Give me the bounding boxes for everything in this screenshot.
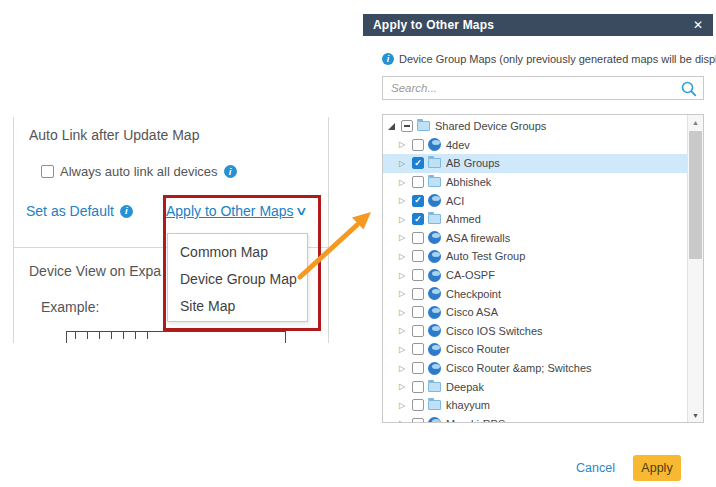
tick-mark — [135, 332, 136, 339]
example-label: Example: — [41, 299, 99, 315]
tree-checkbox[interactable]: ✓ — [412, 213, 424, 225]
expand-icon[interactable] — [399, 345, 410, 354]
device-group-globe-icon — [428, 138, 441, 151]
tree-row-ca-ospf[interactable]: CA-OSPF — [383, 266, 703, 285]
dialog-header: Apply to Other Maps ✕ — [363, 14, 713, 36]
tree-row-auto-test-group[interactable]: Auto Test Group — [383, 247, 703, 266]
tree-row-deepak[interactable]: Deepak — [383, 377, 703, 396]
expand-icon[interactable] — [399, 401, 410, 410]
example-preview-box — [66, 331, 286, 343]
expand-icon[interactable] — [399, 419, 410, 423]
tree-row-khayyum[interactable]: khayyum — [383, 396, 703, 415]
expand-icon[interactable] — [399, 308, 410, 317]
tree-checkbox[interactable]: ✓ — [412, 157, 424, 169]
apply-to-other-maps-label: Apply to Other Maps — [166, 203, 294, 219]
scrollbar-thumb[interactable] — [689, 131, 702, 259]
tree-label: 4dev — [446, 139, 470, 151]
search-box — [382, 76, 704, 100]
tree-row-ahmed[interactable]: ✓Ahmed — [383, 210, 703, 229]
menu-item-site-map[interactable]: Site Map — [168, 293, 307, 320]
tree-checkbox[interactable] — [412, 250, 424, 262]
set-default-row: Set as Default i — [26, 203, 133, 219]
dialog-title: Apply to Other Maps — [373, 18, 494, 32]
tree-checkbox[interactable] — [412, 399, 424, 411]
tree-label: Auto Test Group — [446, 250, 525, 262]
collapse-icon[interactable] — [388, 123, 399, 130]
tree-checkbox[interactable] — [412, 418, 424, 423]
device-group-globe-icon — [428, 362, 441, 375]
apply-button[interactable]: Apply — [633, 455, 681, 481]
expand-icon[interactable] — [399, 382, 410, 391]
device-group-globe-icon — [428, 417, 441, 423]
search-icon[interactable] — [681, 81, 697, 97]
tree-row-asa-firewalls[interactable]: ASA firewalls — [383, 229, 703, 248]
close-icon[interactable]: ✕ — [693, 19, 703, 31]
tree-checkbox[interactable] — [401, 120, 413, 132]
tree-checkbox[interactable] — [412, 343, 424, 355]
device-group-globe-icon — [428, 287, 441, 300]
tree-checkbox[interactable] — [412, 306, 424, 318]
device-group-globe-icon — [428, 269, 441, 282]
expand-icon[interactable] — [399, 289, 410, 298]
tree-row-cisco-router[interactable]: Cisco Router — [383, 340, 703, 359]
tree-row-meraki-rps[interactable]: Meraki-RPS — [383, 415, 703, 424]
search-input[interactable] — [383, 77, 703, 99]
expand-icon[interactable] — [399, 252, 410, 261]
expand-icon[interactable] — [399, 326, 410, 335]
scroll-down-icon[interactable]: ▼ — [688, 408, 703, 422]
tree-label: ACI — [446, 195, 464, 207]
auto-link-checkbox[interactable] — [41, 165, 54, 178]
folder-icon — [428, 382, 441, 392]
scrollbar[interactable]: ▲ ▼ — [687, 115, 703, 422]
tree-label: Cisco IOS Switches — [446, 325, 543, 337]
tree-row-aci[interactable]: ✓ACI — [383, 191, 703, 210]
tree-checkbox[interactable] — [412, 176, 424, 188]
tick-mark — [75, 332, 76, 339]
tree-row-checkpoint[interactable]: Checkpoint — [383, 284, 703, 303]
expand-icon[interactable] — [399, 140, 410, 149]
tree-row-4dev[interactable]: 4dev — [383, 136, 703, 155]
tree-label: Abhishek — [446, 176, 491, 188]
dialog-footer: Cancel Apply — [576, 455, 681, 481]
tick-mark — [123, 332, 124, 339]
tree-row-ab-groups[interactable]: ✓AB Groups — [383, 154, 688, 173]
expand-icon[interactable] — [399, 233, 410, 242]
tree-checkbox[interactable] — [412, 232, 424, 244]
auto-link-checkbox-row[interactable]: Always auto link all devices i — [41, 164, 237, 179]
apply-to-other-maps-link[interactable]: Apply to Other Maps ∨ — [166, 203, 305, 219]
tree-checkbox[interactable] — [412, 269, 424, 281]
expand-icon[interactable] — [399, 196, 410, 205]
tree-row-cisco-router-amp-switches[interactable]: Cisco Router &amp; Switches — [383, 359, 703, 378]
menu-item-device-group-map[interactable]: Device Group Map — [168, 266, 307, 293]
expand-icon[interactable] — [399, 364, 410, 373]
apply-to-other-maps-dialog: Apply to Other Maps ✕ i Device Group Map… — [363, 14, 713, 487]
tree-label: Deepak — [446, 381, 484, 393]
tree-label: Shared Device Groups — [435, 120, 546, 132]
tree-checkbox[interactable] — [412, 288, 424, 300]
tree-row-abhishek[interactable]: Abhishek — [383, 173, 703, 192]
expand-icon[interactable] — [399, 159, 410, 168]
tree-checkbox[interactable]: ✓ — [412, 195, 424, 207]
expand-icon[interactable] — [399, 178, 410, 187]
tree-checkbox[interactable] — [412, 362, 424, 374]
folder-icon — [428, 400, 441, 410]
folder-icon — [428, 158, 441, 168]
cancel-button[interactable]: Cancel — [576, 461, 615, 475]
device-group-globe-icon — [428, 324, 441, 337]
expand-icon[interactable] — [399, 271, 410, 280]
tree-checkbox[interactable] — [412, 325, 424, 337]
set-default-link[interactable]: Set as Default — [26, 203, 114, 219]
tree-checkbox[interactable] — [412, 381, 424, 393]
device-group-globe-icon — [428, 250, 441, 263]
folder-icon — [428, 177, 441, 187]
tree-row-cisco-ios-switches[interactable]: Cisco IOS Switches — [383, 322, 703, 341]
menu-item-common-map[interactable]: Common Map — [168, 239, 307, 266]
expand-icon[interactable] — [399, 215, 410, 224]
tree-row-cisco-asa[interactable]: Cisco ASA — [383, 303, 703, 322]
tree-label: CA-OSPF — [446, 269, 495, 281]
info-icon[interactable]: i — [120, 205, 133, 218]
info-icon[interactable]: i — [224, 165, 237, 178]
scroll-up-icon[interactable]: ▲ — [688, 115, 703, 129]
tree-checkbox[interactable] — [412, 139, 424, 151]
tree-row-shared-device-groups[interactable]: Shared Device Groups — [383, 117, 703, 136]
